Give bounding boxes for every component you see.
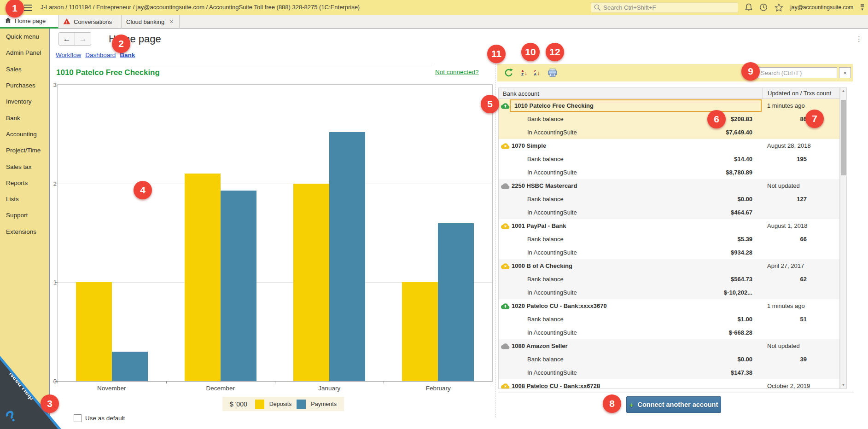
tab-bar: Home page ! Conversations Cloud banking …	[0, 15, 868, 29]
in-accountingsuite-label: In AccountingSuite	[512, 289, 660, 296]
accounts-toolbar: AZ↓ ZA↓ Search (Ctrl+F) ×	[497, 64, 853, 81]
search-clear-button[interactable]: ×	[839, 67, 851, 78]
table-row-account[interactable]: 2250 HSBC MastercardNot updated	[499, 179, 839, 192]
panel-separator	[495, 64, 495, 417]
tab-conversations[interactable]: ! Conversations	[58, 15, 122, 29]
cloud-pending-yellow-icon	[499, 383, 512, 389]
trxs-count: 62	[763, 276, 839, 283]
table-row-bank-balance[interactable]: Bank balance$14.40195	[499, 152, 839, 166]
updated-on: 1 minutes ago	[763, 102, 839, 109]
table-row-account[interactable]: 1010 Patelco Free Checking1 minutes ago	[499, 99, 839, 112]
in-accountingsuite-value: $934.28	[660, 249, 752, 256]
bar-group-november	[58, 85, 166, 381]
svg-text:!: !	[66, 20, 68, 24]
sidebar-item-accounting[interactable]: Accounting	[0, 126, 49, 142]
user-email[interactable]: jay@accountingsuite.com	[790, 4, 853, 11]
table-row-in-accountingsuite[interactable]: In AccountingSuite$-10,202...	[499, 286, 839, 299]
deposits-swatch	[255, 400, 264, 409]
sidebar-item-support[interactable]: Support	[0, 207, 49, 223]
x-axis-label: November	[57, 385, 166, 392]
column-header-bank-account[interactable]: Bank account	[499, 90, 763, 97]
history-icon[interactable]	[759, 3, 768, 12]
table-row-in-accountingsuite[interactable]: In AccountingSuite$934.28	[499, 246, 839, 259]
sidebar-item-purchases[interactable]: Purchases	[0, 77, 49, 93]
refresh-icon[interactable]	[503, 67, 515, 79]
sidebar-item-sales-tax[interactable]: Sales tax	[0, 158, 49, 174]
nav-link-dashboard[interactable]: Dashboard	[85, 52, 116, 58]
global-search-input[interactable]: Search Ctrl+Shift+F	[591, 2, 738, 13]
sidebar-item-lists[interactable]: Lists	[0, 191, 49, 207]
tab-home-page[interactable]: Home page	[0, 15, 58, 29]
forward-button[interactable]: →	[75, 32, 91, 46]
table-row-in-accountingsuite[interactable]: In AccountingSuite$147.38	[499, 366, 839, 379]
bell-icon[interactable]	[745, 3, 752, 12]
account-name[interactable]: 1001 PayPal - Bank	[512, 222, 763, 229]
table-row-in-accountingsuite[interactable]: In AccountingSuite$8,780.89	[499, 166, 839, 179]
close-icon[interactable]: ×	[169, 18, 173, 25]
scrollbar-thumb[interactable]	[841, 100, 846, 175]
more-menu-icon[interactable]: ⋮	[856, 35, 862, 43]
in-accountingsuite-label: In AccountingSuite	[512, 169, 660, 176]
table-row-account[interactable]: 1001 PayPal - BankAugust 1, 2018	[499, 219, 839, 232]
use-as-default-checkbox[interactable]	[74, 414, 82, 422]
table-row-in-accountingsuite[interactable]: In AccountingSuite$7,649.40	[499, 126, 839, 139]
bank-balance-label: Bank balance	[512, 276, 660, 283]
table-row-account[interactable]: 1020 Patelco CU - Bank:xxxx36701 minutes…	[499, 299, 839, 313]
account-name[interactable]: 1008 Patelco CU - Bank:xx6728	[512, 383, 763, 389]
connect-another-account-button[interactable]: + Connect another account	[626, 396, 721, 413]
sidebar-item-bank[interactable]: Bank	[0, 110, 49, 126]
account-name[interactable]: 1020 Patelco CU - Bank:xxxx3670	[512, 302, 763, 309]
sidebar-item-sales[interactable]: Sales	[0, 61, 49, 77]
sidebar-item-admin-panel[interactable]: Admin Panel	[0, 45, 49, 61]
table-row-bank-balance[interactable]: Bank balance$564.7362	[499, 272, 839, 286]
scroll-up-icon[interactable]: ▲	[840, 88, 846, 94]
table-scrollbar[interactable]: ▲ ▼	[840, 87, 847, 389]
table-row-bank-balance[interactable]: Bank balance$1.0051	[499, 313, 839, 326]
sidebar-item-quick-menu[interactable]: Quick menu	[0, 29, 49, 45]
nav-link-workflow[interactable]: Workflow	[56, 52, 81, 58]
table-row-in-accountingsuite[interactable]: In AccountingSuite$464.67	[499, 206, 839, 219]
table-row-account[interactable]: 1000 B of A CheckingApril 27, 2017	[499, 259, 839, 272]
callout-badge-10: 10	[521, 43, 540, 61]
sort-ascending-icon[interactable]: AZ↓	[521, 70, 527, 76]
table-row-account[interactable]: 1080 Amazon SellerNot updated	[499, 339, 839, 353]
account-name[interactable]: 1010 Patelco Free Checking	[510, 99, 762, 112]
table-row-bank-balance[interactable]: Bank balance$208.8386	[499, 112, 839, 126]
search-icon	[594, 4, 601, 11]
service-menu-icon[interactable]: ≡▾	[860, 3, 864, 12]
sort-descending-icon[interactable]: ZA↓	[534, 70, 540, 76]
column-header-updated[interactable]: Updated on / Trxs count	[763, 88, 839, 99]
account-name[interactable]: 1000 B of A Checking	[512, 262, 763, 269]
trxs-count: 39	[763, 356, 839, 363]
table-row-account[interactable]: 1070 SimpleAugust 28, 2018	[499, 139, 839, 152]
table-row-account[interactable]: 1008 Patelco CU - Bank:xx6728October 2, …	[499, 379, 839, 389]
back-button[interactable]: ←	[58, 32, 75, 46]
x-axis-label: February	[384, 385, 493, 392]
accounts-search-input[interactable]: Search (Ctrl+F)	[757, 67, 837, 78]
account-name[interactable]: 1080 Amazon Seller	[512, 342, 763, 349]
table-row-bank-balance[interactable]: Bank balance$5.3966	[499, 232, 839, 246]
hamburger-icon[interactable]	[23, 3, 33, 12]
sidebar-item-extensions[interactable]: Extensions	[0, 224, 49, 240]
plus-icon: +	[629, 401, 634, 409]
table-row-bank-balance[interactable]: Bank balance$0.00127	[499, 192, 839, 206]
account-name[interactable]: 1070 Simple	[512, 142, 763, 149]
tab-cloud-banking[interactable]: Cloud banking ×	[122, 15, 180, 29]
in-accountingsuite-label: In AccountingSuite	[512, 369, 660, 376]
callout-badge-11: 11	[487, 45, 506, 63]
star-icon[interactable]	[775, 3, 783, 12]
sidebar-item-project-time[interactable]: Project/Time	[0, 142, 49, 158]
question-mark-icon: ?	[2, 406, 20, 427]
table-row-in-accountingsuite[interactable]: In AccountingSuite$-668.28	[499, 326, 839, 339]
sidebar-item-reports[interactable]: Reports	[0, 175, 49, 191]
bank-accounts-table: Bank account Updated on / Trxs count 101…	[498, 87, 840, 389]
table-row-bank-balance[interactable]: Bank balance$0.0039	[499, 353, 839, 366]
print-icon[interactable]	[547, 67, 559, 79]
deposits-bar	[76, 282, 112, 381]
chart-legend: $ '000 Deposits Payments	[222, 397, 344, 411]
scroll-down-icon[interactable]: ▼	[840, 382, 846, 388]
not-connected-link[interactable]: Not connected?	[435, 69, 479, 75]
account-name[interactable]: 2250 HSBC Mastercard	[512, 182, 763, 189]
updated-on: April 27, 2017	[763, 262, 839, 269]
sidebar-item-inventory[interactable]: Inventory	[0, 93, 49, 110]
